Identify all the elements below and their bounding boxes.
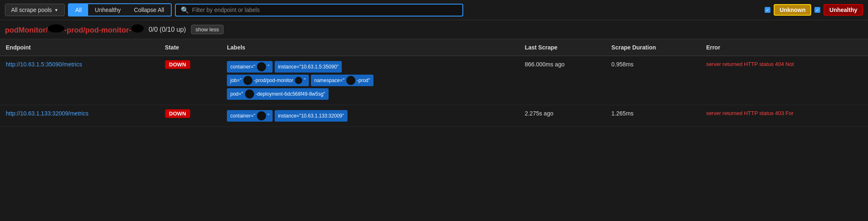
search-icon: 🔍	[181, 6, 189, 14]
down-state-badge: DOWN	[165, 109, 190, 118]
state-cell: DOWN	[159, 56, 222, 105]
search-box: 🔍	[175, 4, 463, 16]
col-endpoint: Endpoint	[0, 39, 159, 56]
search-input[interactable]	[192, 7, 457, 13]
redacted-value	[245, 89, 254, 99]
col-scrape-duration: Scrape Duration	[606, 39, 700, 56]
endpoint-cell: http://10.63.1.5:35090/metrics	[0, 56, 159, 105]
scrape-duration-cell: 1.265ms	[606, 105, 700, 127]
label-chip-job: job="-prod/pod-monitor"	[227, 75, 309, 86]
redacted-value	[257, 111, 266, 120]
endpoints-table: Endpoint State Labels Last Scrape Scrape…	[0, 39, 868, 127]
col-last-scrape: Last Scrape	[519, 39, 605, 56]
labels-container: container="" instance="10.63.1.5:35090" …	[227, 61, 392, 100]
scrape-duration-cell: 0.958ms	[606, 56, 700, 105]
redacted-value	[295, 77, 302, 84]
label-chip-instance: instance="10.63.1.5:35090"	[275, 61, 342, 73]
label-chip-instance: instance="10.63.1.133:32009"	[275, 110, 347, 122]
table-row: http://10.63.1.133:32009/metrics DOWN co…	[0, 105, 868, 127]
redacted-value	[257, 62, 266, 71]
endpoint-link[interactable]: http://10.63.1.133:32009/metrics	[6, 110, 89, 117]
state-cell: DOWN	[159, 105, 222, 127]
last-scrape-cell: 2.275s ago	[519, 105, 605, 127]
filter-all-button[interactable]: All	[69, 4, 89, 16]
col-error: Error	[700, 39, 868, 56]
label-chip-namespace: namespace="-prod"	[311, 75, 373, 86]
filter-collapse-all-button[interactable]: Collapse All	[127, 4, 170, 16]
label-chip-pod: pod="-deployment-6dc568f49-8w5sg"	[227, 88, 328, 100]
label-chip-container: container=""	[227, 61, 273, 73]
filter-button-group: All Unhealthy Collapse All	[68, 3, 172, 16]
table-body: http://10.63.1.5:35090/metrics DOWN cont…	[0, 56, 868, 127]
scrape-pools-label: All scrape pools	[11, 7, 52, 13]
labels-cell: container="" instance="10.63.1.133:32009…	[221, 105, 519, 127]
down-state-badge: DOWN	[165, 60, 190, 69]
unknown-status-badge[interactable]: Unknown	[774, 4, 811, 16]
label-chip-container: container=""	[227, 110, 273, 122]
show-less-button[interactable]: show less	[191, 25, 224, 34]
col-state: State	[159, 39, 222, 56]
endpoint-cell: http://10.63.1.133:32009/metrics	[0, 105, 159, 127]
section-title: podMonitor/-prod/pod-monitor-	[5, 24, 144, 35]
toolbar: All scrape pools ▼ All Unhealthy Collaps…	[0, 0, 868, 20]
labels-container: container="" instance="10.63.1.133:32009…	[227, 110, 392, 122]
error-cell: server returned HTTP status 403 For	[700, 105, 868, 127]
labels-cell: container="" instance="10.63.1.5:35090" …	[221, 56, 519, 105]
dropdown-caret-icon: ▼	[54, 8, 58, 12]
redacted-value	[346, 76, 355, 85]
unknown-check-icon: ✓	[765, 7, 770, 13]
col-labels: Labels	[221, 39, 519, 56]
count-badge: 0/0 (0/10 up)	[149, 26, 186, 33]
redacted-value	[243, 76, 252, 85]
table-header: Endpoint State Labels Last Scrape Scrape…	[0, 39, 868, 56]
scrape-pools-button[interactable]: All scrape pools ▼	[5, 4, 65, 16]
error-cell: server returned HTTP status 404 Not	[700, 56, 868, 105]
unhealthy-check-icon: ✓	[814, 7, 820, 13]
section-header: podMonitor/-prod/pod-monitor- 0/0 (0/10 …	[0, 20, 868, 39]
unhealthy-status-badge[interactable]: Unhealthy	[824, 4, 863, 16]
last-scrape-cell: 866.000ms ago	[519, 56, 605, 105]
filter-unhealthy-button[interactable]: Unhealthy	[88, 4, 127, 16]
endpoint-link[interactable]: http://10.63.1.5:35090/metrics	[6, 61, 82, 68]
table-row: http://10.63.1.5:35090/metrics DOWN cont…	[0, 56, 868, 105]
status-filter-group: ✓ Unknown ✓ Unhealthy	[765, 4, 863, 16]
